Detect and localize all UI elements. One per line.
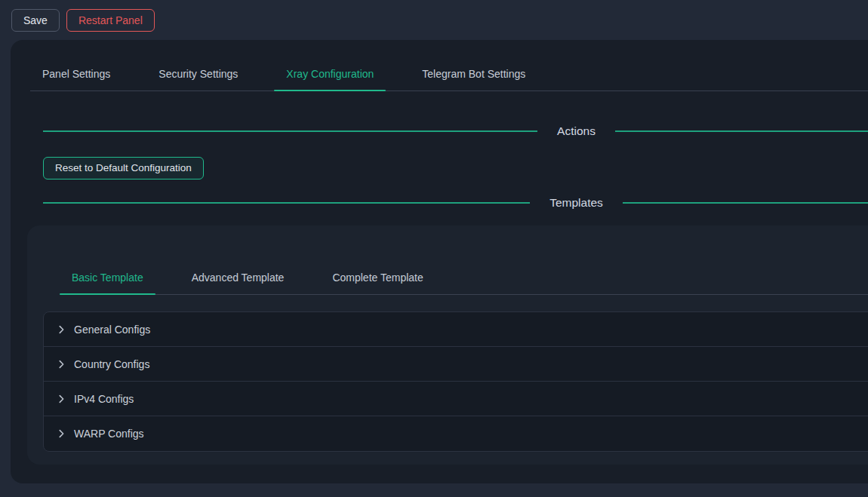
restart-panel-button[interactable]: Restart Panel bbox=[66, 9, 155, 32]
reset-default-config-button[interactable]: Reset to Default Configuration bbox=[43, 157, 204, 179]
accordion-label: General Configs bbox=[74, 324, 150, 336]
settings-card: Panel Settings Security Settings Xray Co… bbox=[11, 40, 868, 483]
tab-complete-template[interactable]: Complete Template bbox=[320, 261, 435, 294]
tab-xray-configuration[interactable]: Xray Configuration bbox=[274, 57, 386, 91]
tab-telegram-bot-settings[interactable]: Telegram Bot Settings bbox=[410, 57, 537, 91]
topbar: Save Restart Panel bbox=[0, 0, 868, 40]
accordion-ipv4-configs[interactable]: IPv4 Configs bbox=[44, 382, 868, 416]
divider-line bbox=[623, 202, 868, 204]
save-button[interactable]: Save bbox=[11, 9, 60, 32]
templates-divider: Templates bbox=[43, 194, 868, 212]
tab-basic-template[interactable]: Basic Template bbox=[60, 261, 155, 294]
tab-panel-settings[interactable]: Panel Settings bbox=[30, 57, 122, 91]
actions-divider: Actions bbox=[43, 122, 868, 140]
tab-security-settings[interactable]: Security Settings bbox=[146, 57, 250, 91]
chevron-right-icon bbox=[56, 428, 66, 439]
divider-line bbox=[43, 202, 530, 204]
accordion-general-configs[interactable]: General Configs bbox=[44, 312, 868, 347]
templates-divider-label: Templates bbox=[530, 196, 623, 210]
accordion-country-configs[interactable]: Country Configs bbox=[44, 347, 868, 382]
chevron-right-icon bbox=[56, 359, 66, 370]
settings-tab-bar: Panel Settings Security Settings Xray Co… bbox=[30, 57, 868, 91]
tab-advanced-template[interactable]: Advanced Template bbox=[180, 261, 297, 294]
config-accordion: General Configs Country Configs IPv4 Con… bbox=[43, 311, 868, 452]
chevron-right-icon bbox=[56, 394, 66, 404]
template-tab-bar: Basic Template Advanced Template Complet… bbox=[60, 261, 868, 295]
accordion-label: WARP Configs bbox=[74, 428, 144, 440]
divider-line bbox=[43, 130, 537, 132]
accordion-label: Country Configs bbox=[74, 358, 149, 370]
actions-divider-label: Actions bbox=[537, 124, 615, 138]
chevron-right-icon bbox=[56, 324, 66, 335]
accordion-label: IPv4 Configs bbox=[74, 393, 134, 405]
templates-card: Basic Template Advanced Template Complet… bbox=[27, 225, 868, 465]
accordion-warp-configs[interactable]: WARP Configs bbox=[44, 416, 868, 451]
divider-line bbox=[615, 130, 868, 132]
